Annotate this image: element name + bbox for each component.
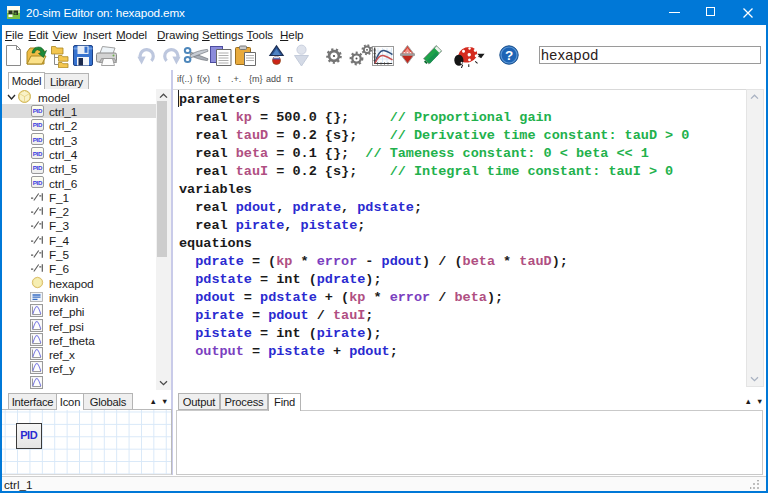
svg-text:?: ? bbox=[505, 48, 513, 63]
